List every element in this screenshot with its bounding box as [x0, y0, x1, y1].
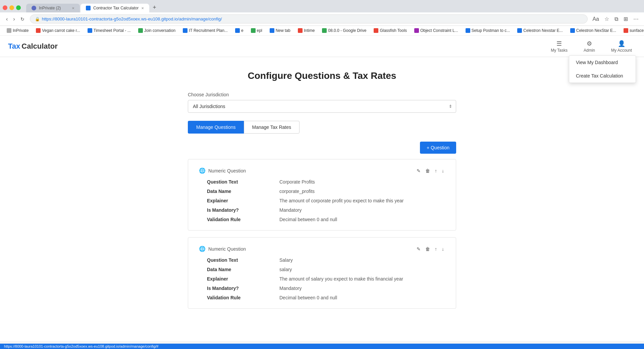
inprivate-tab[interactable]: InPrivate (2) ✕ [26, 4, 80, 12]
bookmark-6[interactable]: epl [248, 27, 265, 34]
page-title: Configure Questions & Tax Rates [188, 70, 456, 81]
bookmark-label-11: Object Constraint L... [420, 28, 458, 33]
minimize-button[interactable] [9, 5, 14, 10]
delete-question-2-button[interactable]: 🗑 [424, 246, 431, 252]
extensions-button[interactable]: ⊞ [622, 15, 629, 23]
collections-button[interactable]: ⧉ [613, 15, 620, 23]
field-label-q2-explainer: Explainer [207, 276, 274, 282]
create-tax-item[interactable]: Create Tax Calculation [569, 69, 636, 83]
move-up-question-1-button[interactable]: ↑ [434, 167, 438, 174]
active-tab-close[interactable]: ✕ [141, 6, 144, 10]
maximize-button[interactable] [16, 5, 21, 10]
inprivate-tab-close[interactable]: ✕ [72, 6, 74, 10]
move-down-question-2-button[interactable]: ↓ [441, 246, 445, 252]
bookmark-favicon-9 [322, 28, 327, 33]
bookmark-label-9: 08.0.0 - Google Drive [328, 28, 366, 33]
bookmark-label-2: Timesheet Portal - ... [94, 28, 131, 33]
question-type-2: 🌐 Numeric Question [199, 246, 246, 252]
bookmark-11[interactable]: Object Constraint L... [412, 27, 461, 34]
window-controls[interactable] [3, 5, 21, 10]
bookmark-12[interactable]: Setup Postman to c... [463, 27, 513, 34]
browser-tabs: InPrivate (2) ✕ Contractor Tax Calculato… [26, 3, 159, 12]
tab-manage-questions[interactable]: Manage Questions [188, 121, 244, 134]
jurisdiction-select[interactable]: All Jurisdictions [188, 100, 456, 113]
question-fields-2: Question Text Salary Data Name salary Ex… [199, 257, 445, 300]
bookmark-1[interactable]: Vegan carrot cake r... [33, 27, 83, 34]
new-tab-button[interactable]: + [150, 3, 159, 12]
bookmark-5[interactable]: e [232, 27, 246, 34]
browser-chrome: InPrivate (2) ✕ Contractor Tax Calculato… [0, 0, 644, 36]
edit-question-2-button[interactable]: ✎ [416, 246, 422, 252]
my-account-nav[interactable]: 👤 My Account View My Dashboard Create Ta… [607, 37, 636, 55]
bookmark-favicon [7, 28, 11, 33]
bookmark-4[interactable]: IT Recruitment Plan... [180, 27, 230, 34]
my-tasks-icon: ☰ [556, 40, 562, 47]
field-label-q1-validation: Validation Rule [207, 217, 274, 222]
delete-question-1-button[interactable]: 🗑 [424, 167, 431, 174]
field-row-q2-mandatory: Is Mandatory? Mandatory [207, 286, 445, 291]
admin-nav[interactable]: ⚙ Admin [580, 37, 599, 55]
move-up-question-2-button[interactable]: ↑ [434, 246, 438, 252]
field-label-q2-validation: Validation Rule [207, 295, 274, 300]
bookmark-label-14: Celestron NexStar E... [576, 28, 616, 33]
bookmark-label-8: Intime [304, 28, 315, 33]
bookmark-favicon-15 [624, 28, 628, 33]
jurisdiction-section: Choose Jurisdiction All Jurisdictions [188, 92, 456, 113]
bookmark-inprivate[interactable]: InPrivate [4, 27, 31, 34]
bookmark-label-6: epl [257, 28, 262, 33]
field-value-q1-data-name: corporate_profits [279, 189, 445, 194]
field-value-q1-question-text: Corporate Profits [279, 179, 445, 185]
my-account-icon: 👤 [618, 40, 625, 47]
address-bar[interactable]: 🔒 https://8000-laura10101-contractorta-g… [30, 14, 588, 23]
edit-question-1-button[interactable]: ✎ [416, 167, 422, 174]
field-label-q1-explainer: Explainer [207, 198, 274, 203]
field-label-q2-question-text: Question Text [207, 257, 274, 263]
jurisdiction-select-wrapper[interactable]: All Jurisdictions [188, 100, 456, 113]
forward-button[interactable]: › [11, 15, 17, 23]
add-question-button[interactable]: + Question [420, 142, 456, 154]
bookmark-14[interactable]: Celestron NexStar E... [568, 27, 619, 34]
bookmark-15[interactable]: sunface manual [621, 27, 644, 34]
bookmark-favicon-12 [466, 28, 470, 33]
field-value-q2-validation: Decimal between 0 and null [279, 295, 445, 300]
inprivate-tab-label: InPrivate (2) [39, 6, 61, 10]
tab-manage-tax-rates[interactable]: Manage Tax Rates [244, 121, 300, 134]
back-button[interactable]: ‹ [4, 15, 10, 23]
refresh-button[interactable]: ↻ [18, 15, 26, 23]
question-card-1: 🌐 Numeric Question ✎ 🗑 ↑ ↓ Question Text… [188, 159, 456, 231]
my-tasks-nav[interactable]: ☰ My Tasks [547, 37, 572, 55]
bookmark-label-15: sunface manual [630, 28, 644, 33]
field-row-q2-question-text: Question Text Salary [207, 257, 445, 263]
field-label-q1-data-name: Data Name [207, 189, 274, 194]
bookmark-13[interactable]: Celestron Nexstar E... [515, 27, 565, 34]
jurisdiction-label: Choose Jurisdiction [188, 92, 456, 97]
settings-button[interactable]: ⋯ [632, 15, 640, 23]
bookmark-7[interactable]: New tab [267, 27, 293, 34]
active-tab[interactable]: Contractor Tax Calculator ✕ [80, 4, 149, 12]
admin-icon: ⚙ [587, 40, 592, 47]
bookmark-favicon-6 [251, 28, 256, 33]
bookmark-2[interactable]: Timesheet Portal - ... [85, 27, 133, 34]
tabs: Manage Questions Manage Tax Rates [188, 121, 456, 134]
close-button[interactable] [3, 5, 7, 10]
read-aloud-button[interactable]: Aa [591, 15, 600, 23]
question-actions-2: ✎ 🗑 ↑ ↓ [416, 246, 445, 252]
view-dashboard-item[interactable]: View My Dashboard [569, 56, 636, 69]
bookmark-favicon-8 [298, 28, 303, 33]
bookmark-favicon-1 [36, 28, 41, 33]
bookmark-label-10: Glassfish Tools [380, 28, 407, 33]
bookmark-3[interactable]: Join conversation [136, 27, 178, 34]
bookmark-8[interactable]: Intime [295, 27, 318, 34]
move-down-question-1-button[interactable]: ↓ [441, 167, 445, 174]
browser-nav: ‹ › ↻ 🔒 https://8000-laura10101-contract… [0, 12, 644, 26]
field-label-q1-question-text: Question Text [207, 179, 274, 185]
favorites-button[interactable]: ☆ [603, 15, 610, 23]
bookmark-10[interactable]: Glassfish Tools [371, 27, 409, 34]
numeric-question-icon-1: 🌐 [199, 167, 206, 174]
bookmark-9[interactable]: 08.0.0 - Google Drive [319, 27, 369, 34]
field-value-q2-question-text: Salary [279, 257, 445, 263]
bookmark-favicon-2 [88, 28, 92, 33]
bookmark-label-13: Celestron Nexstar E... [523, 28, 562, 33]
field-value-q2-mandatory: Mandatory [279, 286, 445, 291]
bookmark-favicon-7 [270, 28, 274, 33]
